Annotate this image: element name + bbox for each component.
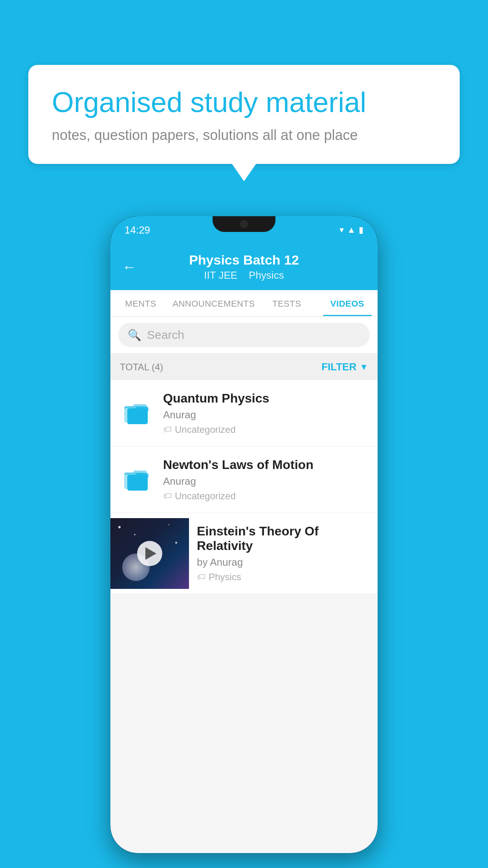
video-thumbnail-einstein bbox=[110, 518, 189, 589]
tag-icon-einstein: 🏷 bbox=[197, 572, 205, 582]
content-area: 🔍 Search TOTAL (4) FILTER ▼ bbox=[110, 316, 378, 853]
app-header: ← Physics Batch 12 IIT JEE Physics bbox=[110, 244, 378, 290]
speech-bubble-title: Organised study material bbox=[52, 85, 436, 119]
play-button-einstein[interactable] bbox=[137, 541, 162, 566]
video-author-newton: Anurag bbox=[163, 475, 368, 487]
filter-bar: TOTAL (4) FILTER ▼ bbox=[110, 354, 378, 380]
batch-title: Physics Batch 12 bbox=[189, 252, 299, 268]
filter-button[interactable]: FILTER ▼ bbox=[321, 361, 368, 373]
batch-tag2: Physics bbox=[249, 269, 284, 281]
video-info-quantum: Quantum Physics Anurag 🏷 Uncategorized bbox=[163, 391, 368, 435]
star1 bbox=[118, 526, 121, 528]
video-info-einstein: Einstein's Theory Of Relativity by Anura… bbox=[189, 513, 378, 594]
folder-icon-newton bbox=[120, 462, 155, 497]
tab-bar: MENTS ANNOUNCEMENTS TESTS VIDEOS bbox=[110, 290, 378, 316]
speech-bubble-subtitle: notes, question papers, solutions all at… bbox=[52, 127, 436, 143]
back-button[interactable]: ← bbox=[122, 259, 136, 275]
battery-icon: ▮ bbox=[359, 225, 363, 235]
status-time: 14:29 bbox=[125, 224, 150, 236]
video-item-einstein[interactable]: Einstein's Theory Of Relativity by Anura… bbox=[110, 513, 378, 594]
phone-frame: 14:29 ▾ ▲ ▮ ← Physics Batch 12 IIT JEE P… bbox=[110, 216, 378, 853]
batch-tag1: IIT JEE bbox=[204, 269, 237, 281]
star3 bbox=[175, 542, 177, 544]
play-triangle-icon bbox=[145, 547, 156, 560]
video-tag-einstein: 🏷 Physics bbox=[197, 572, 370, 583]
video-author-einstein: by Anurag bbox=[197, 556, 370, 568]
search-input[interactable]: Search bbox=[147, 328, 184, 342]
filter-label: FILTER bbox=[321, 361, 356, 373]
tab-tests[interactable]: TESTS bbox=[257, 290, 317, 316]
signal-icon: ▲ bbox=[347, 225, 356, 235]
total-count: TOTAL (4) bbox=[120, 362, 163, 373]
tag-label-quantum: Uncategorized bbox=[175, 424, 236, 435]
video-item-newton[interactable]: Newton's Laws of Motion Anurag 🏷 Uncateg… bbox=[110, 447, 378, 513]
video-title-einstein: Einstein's Theory Of Relativity bbox=[197, 524, 370, 553]
video-tag-quantum: 🏷 Uncategorized bbox=[163, 424, 368, 435]
video-title-newton: Newton's Laws of Motion bbox=[163, 458, 368, 472]
status-icons: ▾ ▲ ▮ bbox=[339, 225, 363, 235]
search-icon: 🔍 bbox=[128, 329, 141, 342]
tab-ments[interactable]: MENTS bbox=[110, 290, 171, 316]
video-author-quantum: Anurag bbox=[163, 409, 368, 421]
video-tag-newton: 🏷 Uncategorized bbox=[163, 491, 368, 502]
video-title-quantum: Quantum Physics bbox=[163, 391, 368, 406]
search-bar[interactable]: 🔍 Search bbox=[118, 323, 370, 347]
star2 bbox=[134, 534, 136, 535]
search-container: 🔍 Search bbox=[110, 316, 378, 354]
tab-announcements[interactable]: ANNOUNCEMENTS bbox=[171, 290, 256, 316]
header-title-group: Physics Batch 12 IIT JEE Physics bbox=[189, 252, 299, 281]
tab-videos[interactable]: VIDEOS bbox=[317, 290, 378, 316]
video-list: Quantum Physics Anurag 🏷 Uncategorized bbox=[110, 380, 378, 594]
star4 bbox=[168, 524, 169, 525]
video-item-quantum[interactable]: Quantum Physics Anurag 🏷 Uncategorized bbox=[110, 380, 378, 447]
status-bar: 14:29 ▾ ▲ ▮ bbox=[110, 216, 378, 244]
video-info-newton: Newton's Laws of Motion Anurag 🏷 Uncateg… bbox=[163, 458, 368, 502]
tag-icon-quantum: 🏷 bbox=[163, 425, 172, 435]
tag-icon-newton: 🏷 bbox=[163, 491, 172, 501]
tag-label-einstein: Physics bbox=[209, 572, 241, 583]
speech-bubble: Organised study material notes, question… bbox=[28, 65, 460, 164]
folder-icon-quantum bbox=[120, 395, 155, 431]
filter-icon: ▼ bbox=[360, 362, 368, 372]
tag-label-newton: Uncategorized bbox=[175, 491, 236, 502]
front-camera bbox=[240, 220, 248, 228]
wifi-icon: ▾ bbox=[339, 225, 344, 235]
batch-subtitle: IIT JEE Physics bbox=[189, 269, 299, 281]
